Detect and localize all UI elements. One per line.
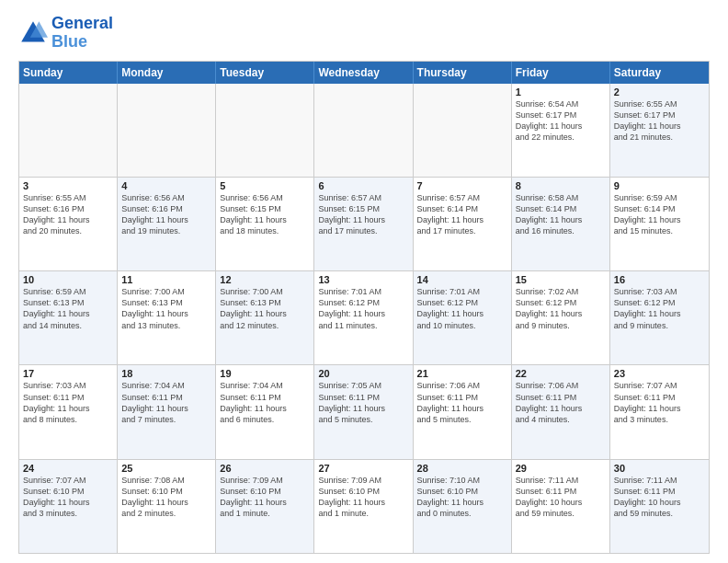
day-info: Sunrise: 7:10 AM Sunset: 6:10 PM Dayligh… <box>417 475 507 520</box>
header-cell-monday: Monday <box>118 62 216 84</box>
day-cell-4: 4Sunrise: 6:56 AM Sunset: 6:16 PM Daylig… <box>118 178 216 270</box>
day-number: 28 <box>417 463 507 474</box>
day-info: Sunrise: 6:59 AM Sunset: 6:14 PM Dayligh… <box>614 192 705 237</box>
day-info: Sunrise: 6:54 AM Sunset: 6:17 PM Dayligh… <box>516 98 606 144</box>
calendar-body: 1Sunrise: 6:54 AM Sunset: 6:17 PM Daylig… <box>19 84 709 553</box>
day-cell-19: 19Sunrise: 7:04 AM Sunset: 6:11 PM Dayli… <box>216 365 314 458</box>
day-info: Sunrise: 7:03 AM Sunset: 6:12 PM Dayligh… <box>614 286 705 331</box>
day-cell-26: 26Sunrise: 7:09 AM Sunset: 6:10 PM Dayli… <box>216 460 314 553</box>
day-number: 14 <box>417 274 507 285</box>
day-number: 6 <box>318 180 408 191</box>
logo: General Blue <box>18 15 113 52</box>
day-cell-11: 11Sunrise: 7:00 AM Sunset: 6:13 PM Dayli… <box>118 271 216 364</box>
day-cell-12: 12Sunrise: 7:00 AM Sunset: 6:13 PM Dayli… <box>216 271 314 364</box>
day-number: 20 <box>318 368 408 379</box>
day-number: 11 <box>121 274 211 285</box>
day-number: 26 <box>220 463 310 474</box>
day-cell-3: 3Sunrise: 6:55 AM Sunset: 6:16 PM Daylig… <box>19 178 118 270</box>
day-cell-14: 14Sunrise: 7:01 AM Sunset: 6:12 PM Dayli… <box>414 271 512 364</box>
day-cell-1: 1Sunrise: 6:54 AM Sunset: 6:17 PM Daylig… <box>512 84 610 177</box>
header-cell-tuesday: Tuesday <box>216 62 314 84</box>
header-cell-sunday: Sunday <box>19 62 118 84</box>
day-cell-5: 5Sunrise: 6:56 AM Sunset: 6:15 PM Daylig… <box>216 178 314 270</box>
week-row-1: 3Sunrise: 6:55 AM Sunset: 6:16 PM Daylig… <box>19 177 709 270</box>
day-number: 17 <box>23 368 113 379</box>
day-number: 10 <box>23 274 113 285</box>
day-info: Sunrise: 7:04 AM Sunset: 6:11 PM Dayligh… <box>220 380 310 425</box>
day-cell-23: 23Sunrise: 7:07 AM Sunset: 6:11 PM Dayli… <box>610 365 709 458</box>
day-info: Sunrise: 7:00 AM Sunset: 6:13 PM Dayligh… <box>220 286 310 331</box>
day-info: Sunrise: 6:59 AM Sunset: 6:13 PM Dayligh… <box>23 286 113 331</box>
week-row-2: 10Sunrise: 6:59 AM Sunset: 6:13 PM Dayli… <box>19 270 709 364</box>
day-number: 19 <box>220 368 310 379</box>
day-number: 15 <box>516 274 606 285</box>
day-cell-13: 13Sunrise: 7:01 AM Sunset: 6:12 PM Dayli… <box>314 271 413 364</box>
logo-text: General Blue <box>51 15 113 52</box>
day-number: 21 <box>417 368 507 379</box>
day-cell-22: 22Sunrise: 7:06 AM Sunset: 6:11 PM Dayli… <box>512 365 610 458</box>
day-cell-8: 8Sunrise: 6:58 AM Sunset: 6:14 PM Daylig… <box>512 178 610 270</box>
day-info: Sunrise: 6:58 AM Sunset: 6:14 PM Dayligh… <box>516 192 606 237</box>
day-cell-20: 20Sunrise: 7:05 AM Sunset: 6:11 PM Dayli… <box>314 365 413 458</box>
day-info: Sunrise: 7:00 AM Sunset: 6:13 PM Dayligh… <box>121 286 211 331</box>
header-cell-friday: Friday <box>512 62 610 84</box>
day-number: 27 <box>318 463 408 474</box>
day-cell-7: 7Sunrise: 6:57 AM Sunset: 6:14 PM Daylig… <box>414 178 512 270</box>
day-info: Sunrise: 6:56 AM Sunset: 6:15 PM Dayligh… <box>220 192 310 237</box>
day-info: Sunrise: 7:01 AM Sunset: 6:12 PM Dayligh… <box>417 286 507 331</box>
empty-cell <box>216 84 314 177</box>
day-number: 13 <box>318 274 408 285</box>
day-info: Sunrise: 7:06 AM Sunset: 6:11 PM Dayligh… <box>516 380 606 425</box>
day-number: 12 <box>220 274 310 285</box>
day-cell-17: 17Sunrise: 7:03 AM Sunset: 6:11 PM Dayli… <box>19 365 118 458</box>
day-number: 16 <box>614 274 705 285</box>
day-number: 24 <box>23 463 113 474</box>
day-number: 7 <box>417 180 507 191</box>
day-info: Sunrise: 7:09 AM Sunset: 6:10 PM Dayligh… <box>220 475 310 520</box>
day-info: Sunrise: 7:01 AM Sunset: 6:12 PM Dayligh… <box>318 286 408 331</box>
day-info: Sunrise: 7:07 AM Sunset: 6:11 PM Dayligh… <box>614 380 705 425</box>
week-row-3: 17Sunrise: 7:03 AM Sunset: 6:11 PM Dayli… <box>19 364 709 458</box>
day-number: 2 <box>614 86 705 98</box>
day-number: 1 <box>516 86 606 98</box>
empty-cell <box>118 84 216 177</box>
day-number: 3 <box>23 180 113 191</box>
week-row-4: 24Sunrise: 7:07 AM Sunset: 6:10 PM Dayli… <box>19 459 709 553</box>
day-cell-6: 6Sunrise: 6:57 AM Sunset: 6:15 PM Daylig… <box>314 178 413 270</box>
day-cell-15: 15Sunrise: 7:02 AM Sunset: 6:12 PM Dayli… <box>512 271 610 364</box>
day-cell-10: 10Sunrise: 6:59 AM Sunset: 6:13 PM Dayli… <box>19 271 118 364</box>
day-cell-9: 9Sunrise: 6:59 AM Sunset: 6:14 PM Daylig… <box>610 178 709 270</box>
calendar: SundayMondayTuesdayWednesdayThursdayFrid… <box>18 61 710 554</box>
day-number: 18 <box>121 368 211 379</box>
day-info: Sunrise: 6:55 AM Sunset: 6:16 PM Dayligh… <box>23 192 113 237</box>
day-info: Sunrise: 7:02 AM Sunset: 6:12 PM Dayligh… <box>516 286 606 331</box>
day-info: Sunrise: 7:09 AM Sunset: 6:10 PM Dayligh… <box>318 475 408 520</box>
day-number: 4 <box>121 180 211 191</box>
day-number: 9 <box>614 180 705 191</box>
day-info: Sunrise: 7:07 AM Sunset: 6:10 PM Dayligh… <box>23 475 113 520</box>
day-cell-16: 16Sunrise: 7:03 AM Sunset: 6:12 PM Dayli… <box>610 271 709 364</box>
day-info: Sunrise: 6:56 AM Sunset: 6:16 PM Dayligh… <box>121 192 211 237</box>
week-row-0: 1Sunrise: 6:54 AM Sunset: 6:17 PM Daylig… <box>19 84 709 177</box>
day-info: Sunrise: 7:06 AM Sunset: 6:11 PM Dayligh… <box>417 380 507 425</box>
day-number: 8 <box>516 180 606 191</box>
day-number: 25 <box>121 463 211 474</box>
header-cell-wednesday: Wednesday <box>314 62 413 84</box>
day-cell-18: 18Sunrise: 7:04 AM Sunset: 6:11 PM Dayli… <box>118 365 216 458</box>
empty-cell <box>314 84 413 177</box>
page: General Blue SundayMondayTuesdayWednesda… <box>0 0 728 563</box>
day-info: Sunrise: 6:57 AM Sunset: 6:15 PM Dayligh… <box>318 192 408 237</box>
day-cell-24: 24Sunrise: 7:07 AM Sunset: 6:10 PM Dayli… <box>19 460 118 553</box>
day-number: 29 <box>516 463 606 474</box>
day-info: Sunrise: 7:05 AM Sunset: 6:11 PM Dayligh… <box>318 380 408 425</box>
day-number: 5 <box>220 180 310 191</box>
empty-cell <box>19 84 118 177</box>
day-cell-25: 25Sunrise: 7:08 AM Sunset: 6:10 PM Dayli… <box>118 460 216 553</box>
calendar-header: SundayMondayTuesdayWednesdayThursdayFrid… <box>19 62 709 84</box>
day-cell-21: 21Sunrise: 7:06 AM Sunset: 6:11 PM Dayli… <box>414 365 512 458</box>
day-cell-29: 29Sunrise: 7:11 AM Sunset: 6:11 PM Dayli… <box>512 460 610 553</box>
empty-cell <box>414 84 512 177</box>
day-number: 23 <box>614 368 705 379</box>
day-info: Sunrise: 6:55 AM Sunset: 6:17 PM Dayligh… <box>614 98 705 144</box>
header: General Blue <box>18 15 710 52</box>
